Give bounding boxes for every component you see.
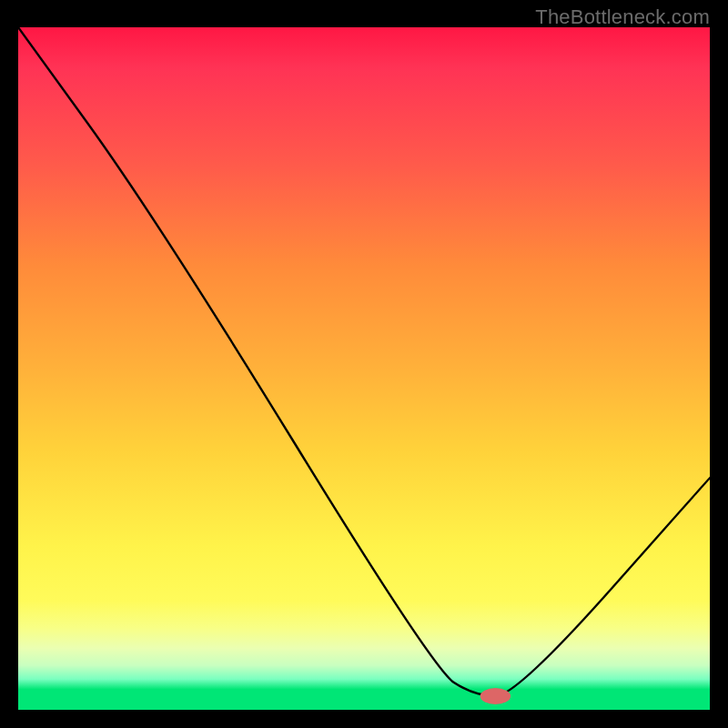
plot-gradient-area	[18, 27, 710, 710]
chart-frame: TheBottleneck.com	[0, 0, 728, 728]
watermark-text: TheBottleneck.com	[535, 5, 710, 29]
